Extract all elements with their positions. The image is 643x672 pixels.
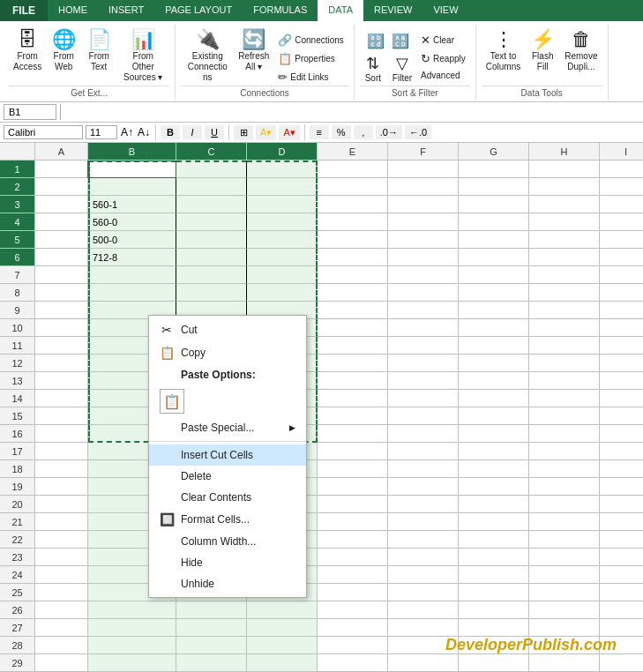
decrease-decimal-button[interactable]: ←.0 (405, 125, 431, 139)
cell-D1[interactable] (247, 161, 318, 178)
cell-G25[interactable] (459, 584, 529, 601)
cell-H7[interactable] (529, 266, 600, 284)
cell-A17[interactable] (35, 443, 88, 460)
row-header-8[interactable]: 8 (0, 284, 35, 302)
cell-B5[interactable]: 500-0 (88, 231, 176, 249)
cell-I13[interactable] (600, 372, 643, 390)
cell-E21[interactable] (318, 513, 388, 531)
cell-F23[interactable] (388, 549, 459, 566)
cell-I3[interactable] (600, 196, 643, 213)
cell-B8[interactable] (88, 284, 176, 302)
cell-I23[interactable] (600, 549, 643, 566)
sort-button[interactable]: ⇅ Sort (360, 52, 386, 85)
paste-icon-button[interactable]: 📋 (160, 389, 184, 414)
cell-G14[interactable] (459, 390, 529, 407)
cell-H13[interactable] (529, 372, 600, 390)
cell-I6[interactable] (600, 249, 643, 266)
column-width-menu-item[interactable]: Column Width... (149, 531, 306, 552)
cell-H14[interactable] (529, 390, 600, 407)
italic-button[interactable]: I (183, 125, 202, 139)
cell-F21[interactable] (388, 513, 459, 531)
cell-E15[interactable] (318, 407, 388, 425)
cell-A26[interactable] (35, 601, 88, 619)
cell-G7[interactable] (459, 266, 529, 284)
row-header-19[interactable]: 19 (0, 478, 35, 496)
insert-cut-cells-menu-item[interactable]: Insert Cut Cells (149, 444, 306, 466)
cell-F9[interactable] (388, 302, 459, 319)
cell-F28[interactable] (388, 637, 459, 654)
tab-view[interactable]: VIEW (422, 0, 468, 21)
advanced-button[interactable]: Advanced (416, 69, 470, 82)
cell-E14[interactable] (318, 390, 388, 407)
cell-G27[interactable] (459, 619, 529, 637)
row-header-17[interactable]: 17 (0, 443, 35, 460)
from-web-button[interactable]: 🌐 FromWeb (46, 28, 81, 74)
cell-H26[interactable] (529, 601, 600, 619)
cell-H4[interactable] (529, 213, 600, 231)
cell-I9[interactable] (600, 302, 643, 319)
cell-F7[interactable] (388, 266, 459, 284)
decrease-font-icon[interactable]: A↓ (137, 125, 151, 139)
cell-A18[interactable] (35, 460, 88, 478)
cell-A14[interactable] (35, 390, 88, 407)
remove-duplicates-button[interactable]: 🗑 RemoveDupli... (560, 28, 602, 74)
cell-I29[interactable] (600, 654, 643, 672)
name-box[interactable] (4, 104, 56, 120)
cell-E12[interactable] (318, 355, 388, 372)
row-header-29[interactable]: 29 (0, 654, 35, 672)
existing-connections-button[interactable]: 🔌 ExistingConnections (181, 28, 234, 85)
cell-I18[interactable] (600, 460, 643, 478)
cell-I4[interactable] (600, 213, 643, 231)
row-header-21[interactable]: 21 (0, 513, 35, 531)
cell-H29[interactable] (529, 654, 600, 672)
bold-button[interactable]: B (161, 125, 180, 139)
cell-G24[interactable] (459, 566, 529, 584)
cell-A27[interactable] (35, 619, 88, 637)
cell-F13[interactable] (388, 372, 459, 390)
font-selector[interactable] (4, 125, 83, 139)
cell-G6[interactable] (459, 249, 529, 266)
cell-E19[interactable] (318, 478, 388, 496)
row-header-9[interactable]: 9 (0, 302, 35, 319)
row-header-25[interactable]: 25 (0, 584, 35, 601)
percent-button[interactable]: % (332, 125, 351, 139)
row-header-11[interactable]: 11 (0, 337, 35, 355)
row-header-23[interactable]: 23 (0, 549, 35, 566)
cell-E6[interactable] (318, 249, 388, 266)
col-header-E[interactable]: E (318, 143, 388, 161)
cell-I2[interactable] (600, 178, 643, 196)
filter-button[interactable]: ▽ Filter (388, 52, 416, 85)
cell-E24[interactable] (318, 566, 388, 584)
cell-E10[interactable] (318, 319, 388, 337)
cell-G22[interactable] (459, 531, 529, 549)
cell-F20[interactable] (388, 496, 459, 513)
cell-H3[interactable] (529, 196, 600, 213)
row-header-28[interactable]: 28 (0, 637, 35, 654)
cell-E8[interactable] (318, 284, 388, 302)
row-header-16[interactable]: 16 (0, 425, 35, 443)
cell-F17[interactable] (388, 443, 459, 460)
edit-links-button[interactable]: ✏ Edit Links (273, 69, 348, 86)
cell-B29[interactable] (88, 654, 176, 672)
cell-G23[interactable] (459, 549, 529, 566)
cell-E26[interactable] (318, 601, 388, 619)
row-header-26[interactable]: 26 (0, 601, 35, 619)
font-size-selector[interactable] (86, 125, 117, 139)
sort-za-button[interactable]: 🔠 (389, 32, 412, 50)
cell-I8[interactable] (600, 284, 643, 302)
cell-I10[interactable] (600, 319, 643, 337)
cell-I11[interactable] (600, 337, 643, 355)
cell-C5[interactable] (176, 231, 247, 249)
cell-A8[interactable] (35, 284, 88, 302)
cell-F12[interactable] (388, 355, 459, 372)
cell-I5[interactable] (600, 231, 643, 249)
cell-F29[interactable] (388, 654, 459, 672)
unhide-menu-item[interactable]: Unhide (149, 573, 306, 594)
cell-E4[interactable] (318, 213, 388, 231)
cell-E17[interactable] (318, 443, 388, 460)
borders-button[interactable]: ⊞ (234, 125, 253, 140)
cell-B26[interactable] (88, 601, 176, 619)
corner-cell[interactable] (0, 143, 35, 161)
row-header-5[interactable]: 5 (0, 231, 35, 249)
cell-H2[interactable] (529, 178, 600, 196)
